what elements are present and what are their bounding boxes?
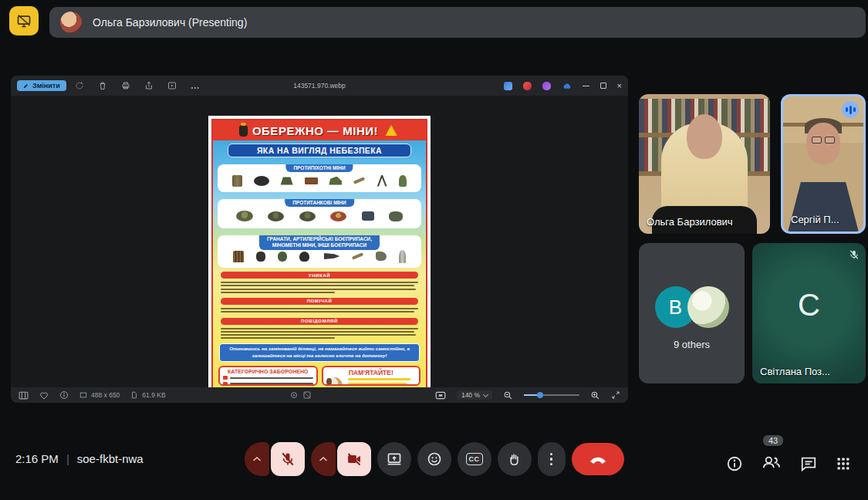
fullscreen-icon[interactable] — [611, 390, 620, 400]
ordnance-image — [299, 252, 309, 262]
actual-size-icon[interactable] — [302, 390, 312, 400]
participant-tile-serhii[interactable]: Сергій П... — [781, 94, 866, 234]
body-text-block — [221, 326, 418, 341]
present-button[interactable] — [377, 442, 411, 476]
delete-button[interactable] — [93, 79, 113, 93]
photos-status-bar: 488 x 650 61.9 KB 140 % — [11, 387, 628, 403]
prohibited-title: КАТЕГОРИЧНО ЗАБОРОНЕНО — [223, 369, 313, 374]
print-button[interactable] — [116, 79, 136, 93]
mine-image — [329, 177, 342, 185]
thumbnail-view-icon[interactable] — [435, 391, 446, 400]
shared-screen-photos-window: Змінити … 143571.970.webp — [11, 76, 628, 403]
meeting-info: 2:16 PM | soe-fkbt-nwa — [15, 452, 144, 465]
captions-button[interactable]: CC — [458, 442, 491, 476]
remember-title: ПАМ'ЯТАЙТЕ! — [326, 369, 417, 377]
call-controls: CC — [245, 442, 624, 476]
more-options-button[interactable] — [538, 442, 566, 476]
zoom-fit-icon[interactable] — [289, 390, 299, 400]
reactions-button[interactable] — [417, 442, 451, 476]
mic-mute-button[interactable] — [271, 442, 305, 476]
anti-personnel-title: ПРОТИПІХОТНІ МІНИ — [285, 164, 353, 173]
visual-search-icon[interactable] — [504, 82, 512, 90]
favorite-heart-icon[interactable] — [39, 391, 49, 400]
onedrive-icon[interactable] — [562, 83, 572, 90]
captions-icon: CC — [466, 453, 483, 465]
rotate-button[interactable] — [69, 79, 90, 93]
zoom-slider[interactable] — [524, 394, 579, 396]
clipchamp-icon[interactable] — [542, 82, 551, 90]
filmstrip-icon[interactable] — [19, 391, 29, 400]
mine-safety-poster: ОБЕРЕЖНО — МІНИ! ЯКА НА ВИГЛЯД НЕБЕЗПЕКА… — [208, 116, 431, 403]
meeting-panels: 43 — [726, 454, 851, 474]
avatar-photo — [687, 286, 729, 328]
mine-image — [362, 211, 374, 221]
zoom-out-icon[interactable] — [503, 390, 513, 400]
dog-image — [326, 377, 343, 386]
mine-image — [236, 211, 253, 221]
participant-tile-olha[interactable]: Ольга Барзилович — [639, 94, 770, 234]
camera-options-button[interactable] — [311, 442, 336, 476]
participant-name: Сергій П... — [791, 214, 839, 225]
designer-icon[interactable] — [523, 82, 532, 90]
presenting-banner-label: Ольга Барзилович (Presenting) — [93, 16, 247, 29]
camera-off-button[interactable] — [337, 442, 371, 476]
others-tile[interactable]: B 9 others — [639, 243, 745, 383]
zoom-level-dropdown[interactable]: 140 % — [457, 390, 492, 400]
anti-personnel-mines-row — [221, 171, 418, 190]
grenades-title: ГРАНАТИ, АРТИЛЕРІЙСЬКІ БОЄПРИПАСИ, МІНОМ… — [258, 235, 380, 251]
meeting-code: soe-fkbt-nwa — [77, 452, 144, 465]
meet-window: Ольга Барзилович (Presenting) Змінити — [0, 0, 868, 500]
mine-image — [232, 175, 242, 187]
minimize-button[interactable] — [583, 86, 589, 86]
file-size: 61.9 KB — [142, 391, 165, 399]
anti-tank-mines-row — [221, 206, 418, 226]
mic-control — [245, 442, 305, 476]
mic-off-icon — [280, 451, 296, 467]
slideshow-button[interactable] — [162, 79, 182, 93]
zoom-in-icon[interactable] — [590, 390, 600, 400]
zoom-slider-thumb[interactable] — [537, 392, 543, 398]
hand-icon — [507, 452, 522, 467]
edit-image-button[interactable]: Змінити — [17, 80, 66, 91]
grenade-icon — [239, 125, 248, 137]
participant-tile-svitlana[interactable]: C Світлана Поз... — [752, 243, 866, 383]
clock: 2:16 PM — [15, 452, 59, 465]
poster-section-header: ЯКА НА ВИГЛЯД НЕБЕЗПЕКА — [228, 144, 410, 157]
activities-grid-button[interactable] — [836, 456, 851, 471]
photos-toolbar: Змінити … 143571.970.webp — [11, 76, 628, 96]
participant-count-badge: 43 — [763, 435, 783, 446]
mic-muted-icon — [849, 249, 860, 260]
presentation-hidden-chip[interactable] — [9, 6, 39, 35]
more-toolbar-button[interactable]: … — [185, 79, 205, 93]
mine-image — [389, 211, 403, 221]
camera-off-icon — [346, 451, 362, 467]
body-text-block — [221, 280, 418, 295]
mine-image — [399, 175, 407, 187]
mine-image — [268, 211, 284, 221]
close-button[interactable]: × — [617, 82, 622, 90]
present-icon — [387, 451, 402, 467]
file-size-icon — [130, 391, 138, 399]
share-button[interactable] — [139, 79, 159, 93]
raise-hand-button[interactable] — [498, 442, 532, 476]
smiley-icon — [427, 451, 442, 467]
mic-options-button[interactable] — [245, 442, 269, 476]
mine-image — [254, 176, 269, 186]
zoom-level-value: 140 % — [461, 391, 480, 399]
hazard-icon — [383, 125, 400, 136]
image-dimensions: 488 x 650 — [91, 391, 120, 399]
body-text-block — [221, 306, 418, 315]
ordnance-image — [376, 252, 387, 261]
ordnance-image — [399, 250, 406, 263]
info-icon[interactable] — [59, 390, 69, 400]
mine-image — [353, 177, 365, 184]
ordnance-image — [233, 251, 244, 262]
end-call-button[interactable] — [572, 443, 624, 475]
others-count-label: 9 others — [639, 339, 745, 350]
people-button[interactable] — [762, 454, 782, 471]
maximize-button[interactable] — [600, 83, 606, 89]
camera-control — [311, 442, 371, 476]
chat-button[interactable] — [800, 455, 817, 472]
ordnance-image — [321, 253, 339, 259]
meeting-details-button[interactable] — [726, 455, 743, 472]
